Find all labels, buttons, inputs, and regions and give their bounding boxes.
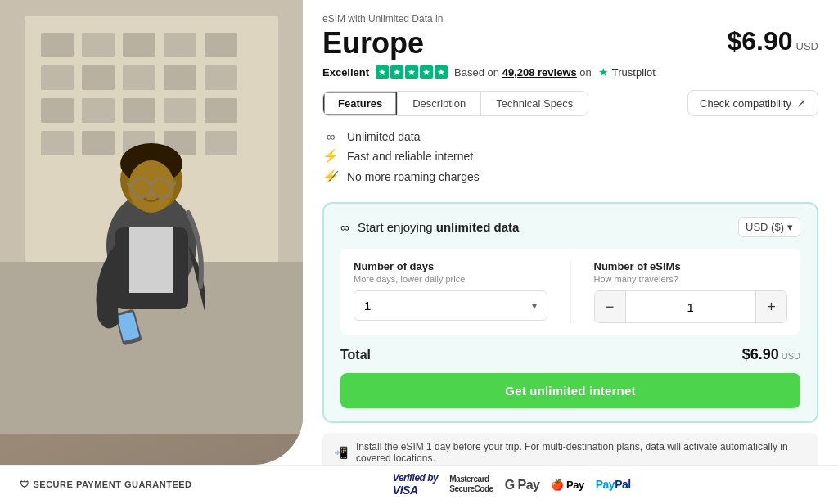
check-compatibility-label: Check compatibility <box>700 97 791 110</box>
svg-rect-17 <box>41 131 74 155</box>
chevron-down-icon: ▾ <box>787 221 793 233</box>
purchase-card: ∞ Start enjoying unlimited data USD ($) … <box>322 202 818 423</box>
svg-rect-5 <box>164 33 196 57</box>
no-roaming-icon: ⚡̸ <box>322 169 339 184</box>
svg-rect-9 <box>123 65 155 90</box>
svg-rect-2 <box>41 33 74 57</box>
svg-marker-40 <box>438 69 444 75</box>
total-price-value: $6.90 <box>742 346 779 363</box>
stars <box>376 65 448 79</box>
info-banner-text: Install the eSIM 1 day before your trip.… <box>356 441 807 464</box>
infinity-icon: ∞ <box>322 129 339 143</box>
star-2 <box>390 65 403 79</box>
star-1 <box>376 65 389 79</box>
esims-label: Number of eSIMs <box>594 260 788 272</box>
star-5 <box>435 65 448 79</box>
info-icon: 📲 <box>334 446 348 459</box>
svg-rect-18 <box>82 131 115 155</box>
card-header-label: ∞ Start enjoying unlimited data <box>340 220 519 234</box>
svg-rect-3 <box>82 33 115 57</box>
svg-rect-4 <box>123 33 155 57</box>
total-row: Total $6.90 USD <box>340 346 800 363</box>
total-price-currency: USD <box>782 351 800 361</box>
feature-fast-internet: ⚡ Fast and reliable internet <box>322 148 818 164</box>
svg-marker-36 <box>379 69 385 75</box>
purchase-fields: Number of days More days, lower daily pr… <box>340 249 800 335</box>
tabs-row: Features Description Technical Specs Che… <box>322 90 818 116</box>
feature-no-roaming: ⚡̸ No more roaming charges <box>322 169 818 184</box>
svg-rect-8 <box>82 65 115 90</box>
svg-rect-16 <box>205 98 237 123</box>
gpay-badge: G Pay <box>505 477 540 493</box>
visa-badge: Verified byVISA <box>393 472 438 497</box>
price-block: $6.90 USD <box>727 26 818 56</box>
tab-technical-specs[interactable]: Technical Specs <box>481 92 588 115</box>
svg-rect-21 <box>205 131 237 155</box>
days-field-group: Number of days More days, lower daily pr… <box>354 260 547 323</box>
hero-image-panel <box>0 0 303 465</box>
svg-marker-38 <box>408 69 415 75</box>
rating-label: Excellent <box>322 66 369 79</box>
svg-rect-14 <box>123 98 155 123</box>
field-divider <box>570 260 571 323</box>
product-header: Europe $6.90 USD <box>322 26 818 61</box>
currency-value: USD ($) <box>746 221 784 233</box>
mastercard-badge: MastercardSecureCode <box>449 475 493 494</box>
price-value: $6.90 <box>727 26 792 56</box>
feature-unlimited-data: ∞ Unlimited data <box>322 129 818 143</box>
star-3 <box>405 65 418 79</box>
star-4 <box>420 65 433 79</box>
svg-rect-7 <box>41 65 74 90</box>
esims-value: 1 <box>626 293 756 322</box>
shield-icon: 🛡 <box>20 479 29 489</box>
tab-features[interactable]: Features <box>323 92 398 115</box>
svg-rect-10 <box>164 65 196 90</box>
check-compatibility-button[interactable]: Check compatibility ↗ <box>687 90 818 116</box>
days-dropdown[interactable]: 1 ▾ <box>354 290 547 321</box>
get-unlimited-button[interactable]: Get unlimited internet <box>340 373 800 408</box>
days-value: 1 <box>364 299 371 313</box>
dropdown-arrow-icon: ▾ <box>532 300 537 312</box>
info-banner: 📲 Install the eSIM 1 day before your tri… <box>322 433 818 465</box>
trustpilot-logo: ★ Trustpilot <box>598 65 656 79</box>
svg-rect-13 <box>82 98 115 123</box>
price-currency: USD <box>796 40 818 52</box>
external-link-icon: ↗ <box>796 97 806 110</box>
esims-decrement-button[interactable]: − <box>595 291 626 322</box>
esims-increment-button[interactable]: + <box>755 291 786 322</box>
esims-sublabel: How many travelers? <box>594 274 788 284</box>
svg-rect-12 <box>41 98 74 123</box>
content-panel: eSIM with Unlimited Data in Europe $6.90… <box>303 0 838 465</box>
days-sublabel: More days, lower daily price <box>354 274 547 284</box>
reviews-link[interactable]: 49,208 reviews <box>502 66 577 79</box>
total-label: Total <box>340 348 371 362</box>
product-title: Europe <box>322 26 424 61</box>
rating-reviews: Based on 49,208 reviews on <box>454 66 592 79</box>
esims-field-group: Number of eSIMs How many travelers? − 1 … <box>594 260 788 323</box>
applepay-badge: 🍎 Pay <box>551 479 583 492</box>
lightning-icon: ⚡ <box>322 148 339 164</box>
tab-description[interactable]: Description <box>398 92 481 115</box>
secure-payment-label: 🛡 SECURE PAYMENT GUARANTEED <box>20 479 192 489</box>
svg-rect-11 <box>205 65 237 90</box>
currency-selector[interactable]: USD ($) ▾ <box>738 217 800 237</box>
days-label: Number of days <box>354 260 547 272</box>
infinity-small-icon: ∞ <box>340 220 349 234</box>
svg-marker-37 <box>394 69 400 75</box>
purchase-card-header: ∞ Start enjoying unlimited data USD ($) … <box>340 217 800 237</box>
paypal-badge: PayPal <box>596 478 631 492</box>
footer: 🛡 SECURE PAYMENT GUARANTEED Verified byV… <box>0 465 838 504</box>
payment-badges: Verified byVISA MastercardSecureCode G P… <box>205 472 818 497</box>
total-price-block: $6.90 USD <box>742 346 800 363</box>
svg-rect-28 <box>129 227 173 293</box>
svg-marker-39 <box>423 69 430 75</box>
rating-row: Excellent Based on 49,208 reviews on ★ T… <box>322 65 818 79</box>
product-subtitle: eSIM with Unlimited Data in <box>322 13 818 25</box>
features-list: ∞ Unlimited data ⚡ Fast and reliable int… <box>322 129 818 189</box>
svg-rect-6 <box>205 33 237 57</box>
svg-rect-15 <box>164 98 196 123</box>
esims-stepper: − 1 + <box>594 290 788 323</box>
tabs-group: Features Description Technical Specs <box>322 91 588 116</box>
